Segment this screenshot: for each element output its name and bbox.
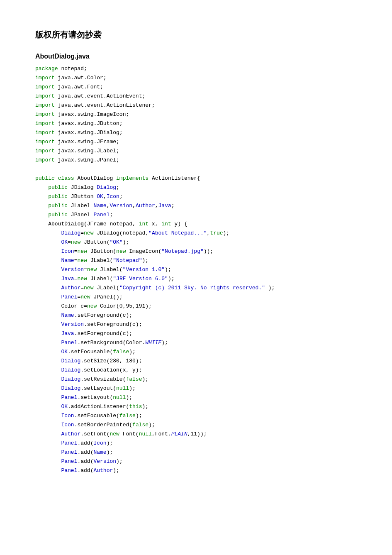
file-name-heading: AboutDialog.java	[35, 53, 357, 60]
page-title: 版权所有请勿抄袭	[35, 29, 357, 40]
document-page: 版权所有请勿抄袭 AboutDialog.java package notepa…	[0, 0, 392, 555]
code-block: package notepad; import java.awt.Color; …	[35, 64, 357, 475]
